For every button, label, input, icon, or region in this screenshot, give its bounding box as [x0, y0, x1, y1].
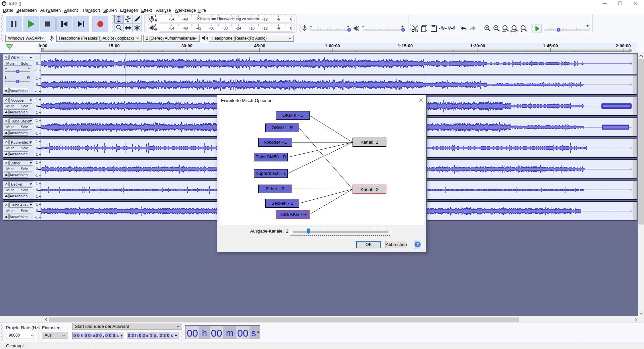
svg-text:?: ? — [416, 242, 419, 247]
